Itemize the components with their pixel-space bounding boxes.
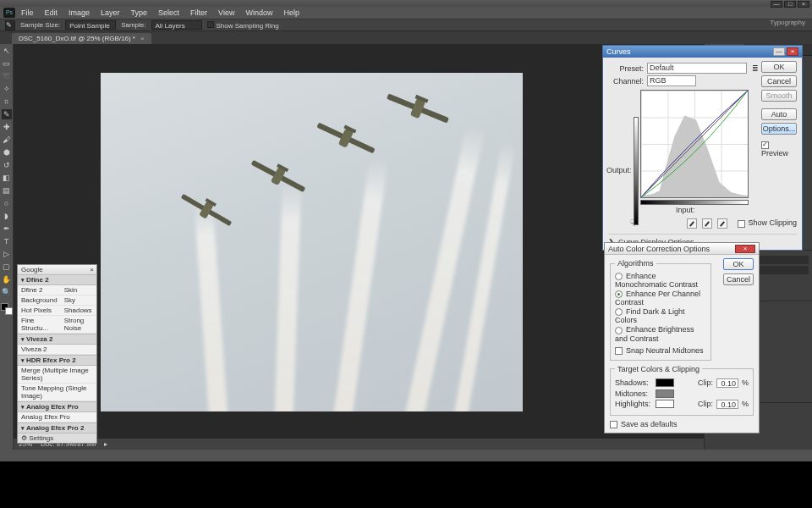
- nik-item[interactable]: Hot Pixels: [18, 306, 61, 316]
- show-clipping-checkbox[interactable]: [738, 220, 745, 228]
- gradient-tool[interactable]: ▤: [2, 185, 12, 196]
- alg-radio-3[interactable]: [615, 327, 623, 334]
- nik-settings[interactable]: ⚙ Settings: [18, 433, 96, 443]
- white-point-eyedropper[interactable]: [717, 218, 727, 229]
- nik-item[interactable]: Tone Mapping (Single Image): [18, 384, 96, 401]
- nik-item[interactable]: Sky: [61, 295, 96, 306]
- channel-select[interactable]: RGB: [647, 75, 696, 86]
- play-icon[interactable]: ▸: [104, 440, 107, 448]
- hand-tool[interactable]: ✋: [2, 274, 12, 284]
- highlights-clip-input[interactable]: 0.10: [716, 400, 738, 409]
- document-canvas[interactable]: [101, 73, 523, 411]
- midtones-swatch[interactable]: [656, 389, 674, 398]
- nik-item[interactable]: Fine Structu...: [18, 316, 61, 334]
- close-tab-icon[interactable]: ×: [140, 35, 145, 42]
- nik-item[interactable]: Background: [18, 295, 61, 306]
- menu-file[interactable]: File: [16, 8, 39, 17]
- acc-cancel-button[interactable]: Cancel: [723, 273, 754, 285]
- nik-item[interactable]: Viveza 2: [18, 345, 96, 355]
- shadows-swatch[interactable]: [656, 378, 674, 387]
- nik-section-analog[interactable]: Analog Efex Pro: [18, 401, 96, 412]
- menu-image[interactable]: Image: [63, 8, 95, 17]
- acc-close-icon[interactable]: ×: [735, 245, 755, 253]
- nik-section-viveza[interactable]: Viveza 2: [18, 334, 96, 345]
- highlights-swatch[interactable]: [656, 400, 674, 408]
- curves-title: Curves: [606, 47, 631, 56]
- save-defaults-checkbox[interactable]: [610, 421, 617, 428]
- preset-select[interactable]: Default: [647, 63, 747, 74]
- marquee-tool[interactable]: ▭: [2, 58, 12, 69]
- wand-tool[interactable]: ✧: [2, 84, 12, 94]
- stamp-tool[interactable]: ⬢: [2, 147, 12, 157]
- color-swatches[interactable]: [1, 303, 13, 315]
- crop-tool[interactable]: ⌗: [2, 97, 12, 107]
- show-ring-checkbox[interactable]: [207, 21, 214, 28]
- save-defaults-label: Save as defaults: [621, 420, 678, 428]
- menu-select[interactable]: Select: [153, 8, 184, 17]
- targets-legend: Target Colors & Clipping: [615, 365, 702, 373]
- menu-filter[interactable]: Filter: [185, 8, 212, 17]
- acc-ok-button[interactable]: OK: [723, 258, 754, 270]
- alg-label: Find Dark & Light Colors: [615, 307, 685, 324]
- nik-item[interactable]: Analog Efex Pro: [18, 412, 96, 422]
- preset-menu-icon[interactable]: ≣: [750, 64, 760, 73]
- blur-tool[interactable]: ○: [2, 198, 12, 208]
- menu-help[interactable]: Help: [278, 8, 304, 17]
- cancel-button[interactable]: Cancel: [761, 75, 797, 87]
- black-point-eyedropper[interactable]: [687, 218, 697, 229]
- nik-section-hdr[interactable]: HDR Efex Pro 2: [18, 355, 96, 366]
- sample-select[interactable]: All Layers: [151, 20, 202, 30]
- document-tab[interactable]: DSC_5160_DxO.tif @ 25% (RGB/16) *×: [12, 33, 151, 44]
- window-max[interactable]: □: [784, 1, 796, 8]
- midtones-label: Midtones:: [615, 389, 652, 398]
- window-min[interactable]: —: [771, 1, 782, 8]
- targets-group: Target Colors & Clipping Shadows:Clip:0.…: [610, 365, 754, 416]
- menu-view[interactable]: View: [213, 8, 239, 17]
- alg-label: Enhance Brightness and Contrast: [615, 325, 694, 342]
- nik-item[interactable]: Dfine 2: [18, 285, 61, 295]
- nik-item[interactable]: Merge (Multiple Image Series): [18, 366, 96, 384]
- alg-radio-1[interactable]: [615, 290, 623, 298]
- brush-tool[interactable]: 🖌: [2, 135, 12, 145]
- heal-tool[interactable]: ✚: [2, 122, 12, 132]
- snap-label: Snap Neutral Midtones: [626, 346, 704, 355]
- nik-close-icon[interactable]: ×: [90, 266, 94, 273]
- pen-tool[interactable]: ✒: [2, 224, 12, 234]
- zoom-tool[interactable]: 🔍: [2, 287, 12, 297]
- nik-item[interactable]: Skin: [61, 285, 96, 295]
- ok-button[interactable]: OK: [761, 61, 797, 73]
- type-tool[interactable]: T: [2, 236, 12, 246]
- alg-radio-0[interactable]: [615, 273, 623, 280]
- shape-tool[interactable]: ▢: [2, 262, 12, 272]
- alg-radio-2[interactable]: [615, 308, 623, 316]
- acc-titlebar[interactable]: Auto Color Correction Options ×: [605, 243, 759, 255]
- eyedropper-tool[interactable]: ✎: [2, 109, 12, 119]
- nik-header[interactable]: Google×: [18, 265, 96, 274]
- move-tool[interactable]: ↖: [2, 46, 12, 56]
- path-tool[interactable]: ▷: [2, 249, 12, 259]
- app-logo[interactable]: Ps: [3, 8, 15, 18]
- menu-type[interactable]: Type: [126, 8, 153, 17]
- history-brush-tool[interactable]: ↺: [2, 160, 12, 170]
- window-close[interactable]: ×: [798, 1, 809, 8]
- nik-item[interactable]: Strong Noise: [61, 316, 96, 334]
- dodge-tool[interactable]: ◗: [2, 211, 12, 221]
- nik-section-dfine[interactable]: Dfine 2: [18, 274, 96, 285]
- nik-item[interactable]: Shadows: [61, 306, 96, 316]
- gray-point-eyedropper[interactable]: [702, 218, 712, 229]
- dialog-min-icon[interactable]: —: [773, 47, 785, 56]
- pct-label: %: [742, 378, 749, 387]
- menu-layer[interactable]: Layer: [96, 8, 125, 17]
- sample-size-select[interactable]: Point Sample: [65, 20, 116, 30]
- eraser-tool[interactable]: ◧: [2, 173, 12, 183]
- nik-section-analog2[interactable]: Analog Efex Pro 2: [18, 422, 96, 433]
- curves-titlebar[interactable]: Curves —×: [603, 46, 802, 58]
- curves-graph[interactable]: [640, 90, 749, 198]
- menu-window[interactable]: Window: [240, 8, 277, 17]
- shadows-clip-input[interactable]: 0.10: [716, 378, 738, 388]
- snap-checkbox[interactable]: [615, 347, 623, 355]
- lasso-tool[interactable]: ➰: [2, 71, 12, 81]
- dialog-close-icon[interactable]: ×: [787, 47, 798, 56]
- workspace-switcher[interactable]: Typography: [770, 19, 805, 26]
- menu-edit[interactable]: Edit: [40, 8, 63, 17]
